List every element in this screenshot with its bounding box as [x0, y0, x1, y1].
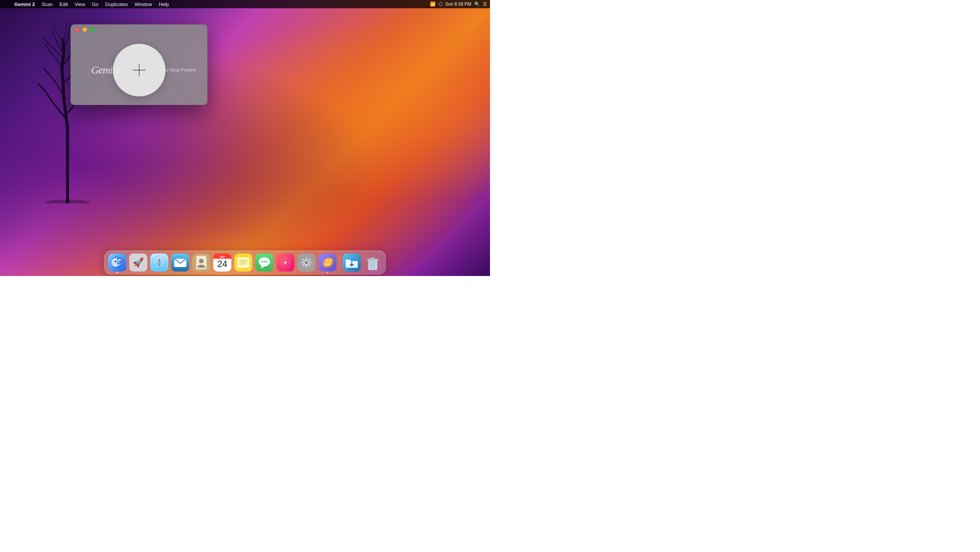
add-folders-button[interactable]	[113, 44, 165, 97]
svg-rect-31	[237, 257, 250, 268]
svg-text:♪: ♪	[284, 259, 286, 265]
airdrop-icon: ⬡	[439, 2, 442, 7]
duplicates-menu[interactable]: Duplicates	[102, 1, 131, 8]
window-menu[interactable]: Window	[132, 1, 155, 8]
dock-calendar[interactable]: SEP 24	[213, 253, 232, 272]
dock-mail[interactable]	[171, 253, 190, 272]
svg-rect-52	[310, 262, 312, 263]
close-button[interactable]	[75, 27, 80, 32]
dock-divider	[340, 254, 340, 271]
svg-rect-23	[195, 265, 197, 266]
svg-rect-51	[301, 262, 304, 263]
menubar-left: Gemini 2 Scan Edit View Go Duplicates Wi…	[3, 1, 172, 8]
svg-text:🚀: 🚀	[133, 257, 144, 268]
go-menu[interactable]: Go	[89, 1, 101, 8]
dock-container: 🚀	[104, 251, 386, 274]
dock-music[interactable]: ♪	[276, 253, 295, 272]
gemini-dot	[327, 272, 328, 273]
finder-dot	[117, 272, 118, 273]
svg-text:SEP: SEP	[220, 256, 225, 259]
window-content: Gemini Add or Drop Folders	[70, 35, 207, 105]
control-center-icon[interactable]: ☰	[483, 2, 487, 7]
dock-safari[interactable]	[150, 253, 169, 272]
svg-point-8	[119, 261, 121, 262]
dock-gemini[interactable]: ♊	[318, 253, 337, 272]
svg-rect-50	[306, 265, 307, 268]
svg-rect-22	[195, 262, 197, 263]
clock: Sun 8:39 PM	[445, 2, 471, 7]
menubar: Gemini 2 Scan Edit View Go Duplicates Wi…	[0, 0, 490, 8]
dock-messages[interactable]	[255, 253, 274, 272]
menubar-right: 📶 ⬡ Sun 8:39 PM 🔍 ☰	[430, 2, 487, 7]
dock: 🚀	[104, 251, 386, 274]
dock-notes[interactable]	[234, 253, 253, 272]
maximize-button[interactable]	[90, 27, 95, 32]
dock-trash[interactable]	[363, 253, 383, 272]
gemini-window: Gemini Add or Drop Folders	[70, 24, 207, 105]
window-titlebar	[70, 24, 207, 35]
svg-point-40	[266, 261, 267, 262]
svg-rect-49	[306, 257, 307, 260]
dock-settings[interactable]	[297, 253, 316, 272]
svg-rect-62	[371, 258, 375, 259]
svg-point-24	[199, 259, 204, 263]
dock-downloads[interactable]	[342, 253, 362, 272]
dock-contacts[interactable]	[192, 253, 211, 272]
svg-rect-21	[195, 259, 197, 260]
app-name-menu[interactable]: Gemini 2	[11, 1, 38, 8]
svg-point-39	[264, 261, 265, 262]
plus-icon	[130, 61, 149, 79]
minimize-button[interactable]	[83, 27, 87, 32]
edit-menu[interactable]: Edit	[57, 1, 71, 8]
svg-point-7	[115, 261, 116, 262]
search-icon[interactable]: 🔍	[474, 2, 480, 7]
view-menu[interactable]: View	[72, 1, 88, 8]
svg-point-48	[305, 261, 308, 264]
svg-point-38	[261, 261, 263, 262]
wifi-icon: 📶	[430, 2, 436, 7]
dock-rocket[interactable]: 🚀	[129, 253, 148, 272]
help-menu[interactable]: Help	[156, 1, 172, 8]
dock-finder[interactable]	[108, 253, 127, 272]
scan-menu[interactable]: Scan	[39, 1, 56, 8]
svg-text:24: 24	[217, 259, 228, 269]
